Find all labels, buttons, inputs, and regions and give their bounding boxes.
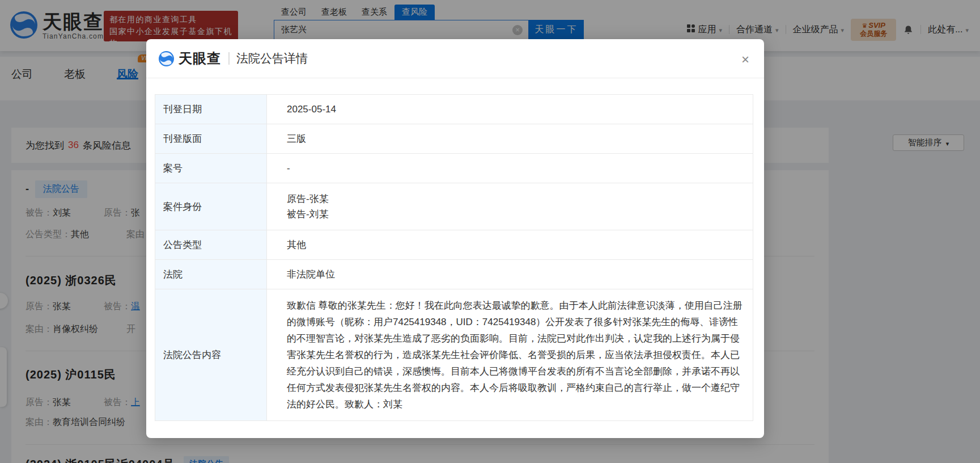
row-value: - [267, 154, 753, 183]
table-row-publish-date: 刊登日期 2025-05-14 [155, 95, 753, 124]
table-row-announcement-content: 法院公告内容 致歉信 尊敬的张某先生：您好！我在此向您表达最诚挚的歉意。由于本人… [155, 289, 753, 421]
table-row-publish-page: 刊登版面 三版 [155, 124, 753, 154]
modal-title: 法院公告详情 [236, 50, 308, 66]
row-value: 2025-05-14 [267, 95, 753, 124]
row-value: 原告-张某 被告-刘某 [267, 183, 753, 230]
row-value: 非法院单位 [267, 260, 753, 289]
row-label: 刊登版面 [155, 124, 267, 154]
screen: 天眼查 TianYanCha.com 都在用的商业查询工具 国家中小企业发展子基… [0, 0, 980, 463]
row-label: 刊登日期 [155, 95, 267, 124]
title-divider [228, 52, 230, 65]
announcement-detail-table: 刊登日期 2025-05-14 刊登版面 三版 案号 - 案件身份 原告-张某 … [155, 94, 753, 421]
row-label: 公告类型 [155, 230, 267, 260]
table-row-case-number: 案号 - [155, 154, 753, 183]
modal-header: 天眼查 法院公告详情 [146, 39, 764, 78]
close-icon[interactable] [738, 53, 753, 68]
modal-body: 刊登日期 2025-05-14 刊登版面 三版 案号 - 案件身份 原告-张某 … [146, 78, 764, 421]
table-row-announcement-type: 公告类型 其他 [155, 230, 753, 260]
row-value: 致歉信 尊敬的张某先生：您好！我在此向您表达最诚挚的歉意。由于本人此前法律意识淡… [267, 289, 753, 421]
modal-brand: 天眼查 [179, 49, 221, 68]
court-announcement-detail-modal: 天眼查 法院公告详情 刊登日期 2025-05-14 刊登版面 三版 案号 - [146, 39, 764, 438]
tianyancha-logo-icon [159, 51, 174, 66]
row-label: 案号 [155, 154, 267, 183]
table-row-court: 法院 非法院单位 [155, 260, 753, 289]
table-row-case-parties: 案件身份 原告-张某 被告-刘某 [155, 183, 753, 230]
row-label: 案件身份 [155, 183, 267, 230]
row-label: 法院公告内容 [155, 289, 267, 421]
row-label: 法院 [155, 260, 267, 289]
row-value: 三版 [267, 124, 753, 154]
row-value: 其他 [267, 230, 753, 260]
